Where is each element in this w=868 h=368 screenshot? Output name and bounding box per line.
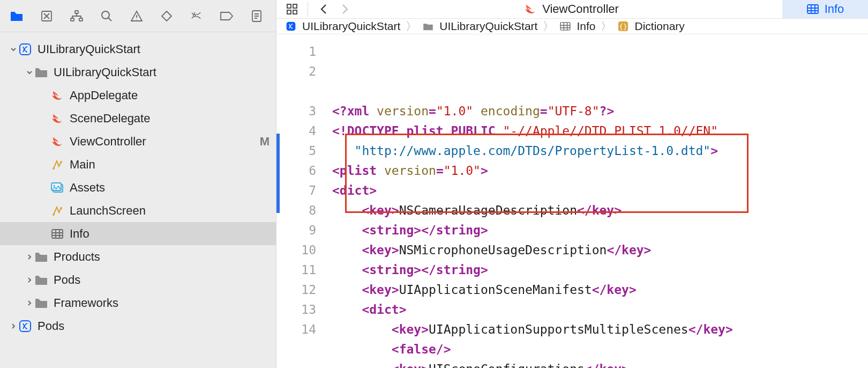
tree-frameworks[interactable]: Frameworks — [0, 291, 276, 314]
folder-icon — [422, 20, 434, 32]
breakpoint-navigator-icon[interactable] — [218, 7, 236, 25]
tree-root-project[interactable]: UILibraryQuickStart — [0, 38, 276, 61]
code-line[interactable]: <key>UISceneConfigurations</key> — [332, 359, 859, 368]
code-line[interactable]: <key>UIApplicationSceneManifest</key> — [332, 280, 859, 300]
code-line[interactable]: <string></string> — [332, 220, 859, 240]
code-line[interactable]: <key>UIApplicationSupportsMultipleScenes… — [332, 320, 859, 340]
code-line[interactable]: <key>NSMicrophoneUsageDescription</key> — [332, 240, 859, 260]
tree-item-appdelegate[interactable]: AppDelegate — [0, 84, 276, 107]
svg-rect-27 — [287, 22, 296, 31]
breadcrumb-file[interactable]: Info — [577, 20, 595, 33]
code-area[interactable]: <?xml version="1.0" encoding="UTF-8"?><!… — [328, 34, 868, 368]
svg-rect-3 — [71, 18, 74, 21]
svg-rect-4 — [79, 18, 83, 21]
svg-point-16 — [60, 207, 62, 209]
swift-icon — [524, 3, 537, 16]
svg-point-6 — [193, 14, 196, 17]
tree-label: Products — [54, 250, 270, 264]
chevron-right-icon[interactable] — [9, 323, 18, 329]
breadcrumb-project[interactable]: UILibraryQuickStart — [302, 20, 400, 33]
source-control-navigator-icon[interactable] — [38, 7, 56, 25]
chevron-right-icon[interactable] — [25, 254, 34, 260]
svg-rect-9 — [35, 68, 39, 70]
code-line[interactable]: <dict> — [332, 181, 859, 201]
svg-text:{}: {} — [619, 23, 628, 31]
code-line[interactable]: <key>NSCameraUsageDescription</key> — [332, 201, 859, 220]
tree-item-viewcontroller[interactable]: ViewControllerM — [0, 130, 276, 153]
folder-icon — [34, 296, 48, 310]
folder-icon — [34, 273, 48, 287]
nav-forward-icon[interactable] — [336, 0, 354, 18]
navigator-toolbar — [0, 0, 276, 32]
assets-icon — [50, 181, 64, 195]
code-line[interactable]: <dict> — [332, 300, 859, 320]
svg-rect-22 — [287, 4, 291, 8]
report-navigator-icon[interactable] — [248, 7, 266, 25]
tree-label: Frameworks — [54, 296, 270, 310]
svg-rect-0 — [11, 12, 15, 13]
tree-pods-project[interactable]: Pods — [0, 314, 276, 337]
tree-item-info[interactable]: Info — [0, 222, 276, 245]
project-navigator-icon[interactable] — [8, 7, 26, 25]
test-navigator-icon[interactable] — [158, 7, 176, 25]
tree-label: SceneDelegate — [70, 112, 270, 126]
tree-group-folder[interactable]: UILibraryQuickStart — [0, 61, 276, 84]
tree-label: Pods — [38, 319, 270, 333]
tab-viewcontroller[interactable]: ViewController — [361, 0, 782, 18]
tree-pods-group[interactable]: Pods — [0, 268, 276, 291]
code-editor[interactable]: 1234567891011121314 <?xml version="1.0" … — [276, 34, 868, 368]
project-tree: UILibraryQuickStart UILibraryQuickStart … — [0, 32, 276, 368]
plist-icon — [806, 3, 819, 16]
find-navigator-icon[interactable] — [98, 7, 116, 25]
chevron-right-icon[interactable] — [25, 300, 34, 306]
tab-info[interactable]: Info — [782, 0, 868, 18]
svg-rect-21 — [20, 321, 31, 332]
folder-icon — [34, 65, 48, 79]
tree-item-main[interactable]: Main — [0, 153, 276, 176]
tree-label: AppDelegate — [70, 89, 270, 102]
line-gutter: 1234567891011121314 — [276, 34, 328, 368]
related-items-icon[interactable] — [283, 0, 301, 18]
swift-icon — [50, 89, 64, 102]
tree-item-assets[interactable]: Assets — [0, 176, 276, 199]
tree-label: Assets — [70, 181, 270, 195]
code-line[interactable]: <!DOCTYPE plist PUBLIC "-//Apple//DTD PL… — [332, 121, 859, 141]
breadcrumb-folder[interactable]: UILibraryQuickStart — [439, 20, 537, 33]
tab-nav-controls — [276, 0, 361, 18]
breadcrumb-sep: 〉 — [543, 19, 554, 34]
code-line[interactable]: <plist version="1.0"> — [332, 161, 859, 181]
breadcrumb-node[interactable]: Dictionary — [634, 20, 684, 33]
tree-label: ViewController — [70, 135, 256, 149]
change-indicator — [276, 134, 280, 213]
folder-icon — [34, 250, 48, 264]
symbol-navigator-icon[interactable] — [68, 7, 86, 25]
code-line[interactable]: <false/> — [332, 340, 859, 359]
breadcrumb-sep: 〉 — [601, 19, 612, 34]
debug-navigator-icon[interactable] — [188, 7, 206, 25]
editor-pane: ViewController Info UILibraryQuickStart … — [276, 0, 868, 368]
tree-products[interactable]: Products — [0, 245, 276, 268]
chevron-down-icon[interactable] — [9, 46, 18, 53]
tab-label: Info — [825, 2, 844, 16]
nav-back-icon[interactable] — [315, 0, 333, 18]
svg-rect-19 — [35, 276, 39, 277]
breadcrumb[interactable]: UILibraryQuickStart 〉 UILibraryQuickStar… — [276, 19, 868, 34]
swift-icon — [50, 135, 64, 149]
issue-navigator-icon[interactable] — [128, 7, 146, 25]
svg-rect-18 — [35, 253, 39, 254]
xcodeproj-icon — [18, 42, 32, 56]
tab-label: ViewController — [542, 2, 619, 16]
svg-rect-8 — [20, 44, 31, 55]
tree-label: Pods — [54, 273, 270, 287]
code-line[interactable]: <string></string> — [332, 260, 859, 280]
navigator-sidebar: UILibraryQuickStart UILibraryQuickStart … — [0, 0, 276, 368]
chevron-right-icon[interactable] — [25, 277, 34, 283]
chevron-down-icon[interactable] — [25, 69, 34, 76]
tree-item-scenedelegate[interactable]: SceneDelegate — [0, 107, 276, 130]
plist-icon — [50, 227, 64, 241]
code-line[interactable]: <?xml version="1.0" encoding="UTF-8"?> — [332, 101, 859, 121]
tree-label: UILibraryQuickStart — [54, 65, 270, 79]
code-line[interactable]: "http://www.apple.com/DTDs/PropertyList-… — [332, 141, 859, 161]
tree-item-launchscreen[interactable]: LaunchScreen — [0, 199, 276, 222]
tab-bar: ViewController Info — [276, 0, 868, 19]
